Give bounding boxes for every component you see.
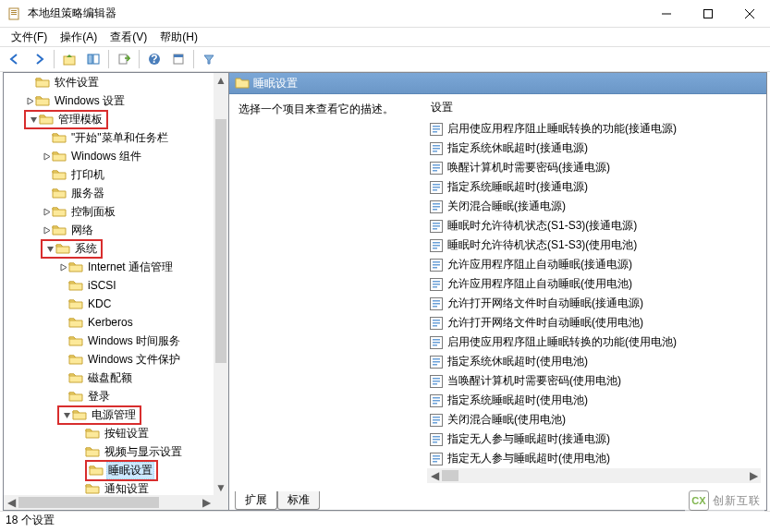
tab-extend[interactable]: 扩展 <box>235 491 277 510</box>
filter-button[interactable] <box>198 48 220 70</box>
svg-rect-71 <box>433 383 437 385</box>
svg-rect-45 <box>433 261 440 263</box>
menu-action[interactable]: 操作(A) <box>55 29 103 46</box>
setting-item[interactable]: 指定系统休眠超时(使用电池) <box>423 352 766 371</box>
description-column: 选择一个项目来查看它的描述。 <box>229 94 423 491</box>
menu-file[interactable]: 文件(F) <box>6 29 53 46</box>
setting-label: 启用使应用程序阻止睡眠转换的功能(接通电源) <box>447 121 677 137</box>
setting-item[interactable]: 睡眠时允许待机状态(S1-S3)(使用电池) <box>423 236 766 255</box>
setting-item[interactable]: 启用使应用程序阻止睡眠转换的功能(接通电源) <box>423 119 766 139</box>
svg-rect-67 <box>433 364 437 366</box>
export-button[interactable] <box>113 48 135 70</box>
chevron-down-icon[interactable] <box>28 115 39 124</box>
svg-rect-61 <box>433 339 440 341</box>
svg-rect-79 <box>433 422 437 424</box>
tree-item-label: 打印机 <box>69 167 106 183</box>
chevron-right-icon[interactable] <box>24 97 35 105</box>
tree-vscrollbar[interactable]: ▲ ▼ <box>214 73 228 495</box>
setting-item[interactable]: 唤醒计算机时需要密码(接通电源) <box>423 158 766 177</box>
chevron-down-icon[interactable] <box>44 245 55 253</box>
tree-pane: 软件设置Windows 设置管理模板"开始"菜单和任务栏Windows 组件打印… <box>4 73 229 510</box>
tree-item[interactable]: 登录 <box>4 387 214 405</box>
tree-item[interactable]: 视频与显示设置 <box>4 442 214 461</box>
tree-item[interactable]: 系统 <box>4 239 214 258</box>
tree-item[interactable]: Internet 通信管理 <box>4 258 214 276</box>
maximize-button[interactable] <box>687 0 728 28</box>
list-hscrollbar[interactable]: ◀ ▶ <box>427 468 761 483</box>
svg-rect-81 <box>433 436 440 438</box>
close-button[interactable] <box>728 0 770 28</box>
svg-rect-41 <box>433 242 440 244</box>
list-column: 设置 启用使应用程序阻止睡眠转换的功能(接通电源)指定系统休眠超时(接通电源)唤… <box>423 94 766 491</box>
setting-item[interactable]: 指定无人参与睡眠超时(使用电池) <box>423 449 766 468</box>
chevron-right-icon[interactable] <box>57 263 68 272</box>
tree-item[interactable]: Windows 文件保护 <box>4 350 214 369</box>
tree-item[interactable]: Windows 时间服务 <box>4 332 214 350</box>
setting-item[interactable]: 启用使应用程序阻止睡眠转换的功能(使用电池) <box>423 332 766 352</box>
tree-hscrollbar[interactable]: ◀ ▶ <box>4 495 214 510</box>
up-button[interactable] <box>58 48 80 70</box>
tree-item[interactable]: 服务器 <box>4 184 214 202</box>
chevron-right-icon[interactable] <box>41 152 52 161</box>
tab-standard[interactable]: 标准 <box>277 491 320 510</box>
tree-item[interactable]: iSCSI <box>4 276 214 295</box>
setting-label: 指定系统睡眠超时(使用电池) <box>447 393 588 408</box>
tree-item-label: Windows 设置 <box>53 93 127 109</box>
setting-item[interactable]: 当唤醒计算机时需要密码(使用电池) <box>423 371 766 391</box>
svg-rect-30 <box>433 187 440 188</box>
setting-label: 关闭混合睡眠(使用电池) <box>447 412 566 428</box>
svg-rect-55 <box>433 306 437 308</box>
properties-button[interactable] <box>167 48 189 70</box>
tree-item[interactable]: 打印机 <box>4 165 214 184</box>
tree-item[interactable]: Windows 设置 <box>4 91 214 110</box>
tree-item[interactable]: 控制面板 <box>4 202 214 221</box>
setting-item[interactable]: 允许应用程序阻止自动睡眠(接通电源) <box>423 255 766 274</box>
setting-item[interactable]: 指定系统睡眠超时(接通电源) <box>423 177 766 197</box>
tree-item[interactable]: "开始"菜单和任务栏 <box>4 128 214 147</box>
menu-view[interactable]: 查看(V) <box>104 29 153 46</box>
tree-item[interactable]: Windows 组件 <box>4 147 214 165</box>
setting-item[interactable]: 指定无人参与睡眠超时(接通电源) <box>423 429 766 449</box>
chevron-down-icon[interactable] <box>61 411 72 419</box>
tree-item[interactable]: KDC <box>4 295 214 313</box>
chevron-right-icon[interactable] <box>41 208 52 216</box>
back-button[interactable] <box>4 48 26 70</box>
setting-item[interactable]: 指定系统睡眠超时(使用电池) <box>423 391 766 410</box>
tree-item[interactable]: 通知设置 <box>4 479 214 495</box>
status-text: 18 个设置 <box>6 513 55 528</box>
tree-item[interactable]: 软件设置 <box>4 73 214 91</box>
svg-rect-46 <box>433 264 440 266</box>
setting-item[interactable]: 指定系统休眠超时(接通电源) <box>423 139 766 158</box>
setting-item[interactable]: 睡眠时允许待机状态(S1-S3)(接通电源) <box>423 216 766 236</box>
help-button[interactable]: ? <box>143 48 165 70</box>
tree-item[interactable]: 睡眠设置 <box>4 461 214 479</box>
setting-label: 指定无人参与睡眠超时(使用电池) <box>447 451 610 466</box>
tree-item[interactable]: 按钮设置 <box>4 424 214 442</box>
setting-label: 启用使应用程序阻止睡眠转换的功能(使用电池) <box>447 334 677 350</box>
setting-item[interactable]: 允许应用程序阻止自动睡眠(使用电池) <box>423 274 766 294</box>
setting-item[interactable]: 允许打开网络文件时自动睡眠(接通电源) <box>423 294 766 313</box>
tree-item[interactable]: 电源管理 <box>4 405 214 424</box>
minimize-button[interactable] <box>645 0 687 28</box>
toolbar-separator <box>54 50 55 68</box>
menu-help[interactable]: 帮助(H) <box>154 29 203 46</box>
setting-item[interactable]: 关闭混合睡眠(使用电池) <box>423 410 766 429</box>
chevron-right-icon[interactable] <box>41 226 52 235</box>
setting-label: 允许应用程序阻止自动睡眠(使用电池) <box>447 276 632 292</box>
tree-item[interactable]: 网络 <box>4 221 214 239</box>
forward-button[interactable] <box>28 48 50 70</box>
show-hide-button[interactable] <box>82 48 104 70</box>
setting-item[interactable]: 关闭混合睡眠(接通电源) <box>423 197 766 216</box>
tree-item[interactable]: 管理模板 <box>4 110 214 128</box>
tree-item[interactable]: Kerberos <box>4 313 214 332</box>
folder-icon <box>85 481 100 495</box>
setting-item[interactable]: 允许打开网络文件时自动睡眠(使用电池) <box>423 313 766 332</box>
svg-rect-38 <box>433 225 440 227</box>
svg-rect-34 <box>433 206 440 208</box>
svg-rect-39 <box>433 228 437 230</box>
tree-item[interactable]: 磁盘配额 <box>4 369 214 387</box>
svg-rect-19 <box>433 131 437 133</box>
folder-icon <box>55 241 70 256</box>
tree-item-label: Windows 组件 <box>69 149 143 164</box>
setting-label: 允许打开网络文件时自动睡眠(接通电源) <box>447 296 643 311</box>
